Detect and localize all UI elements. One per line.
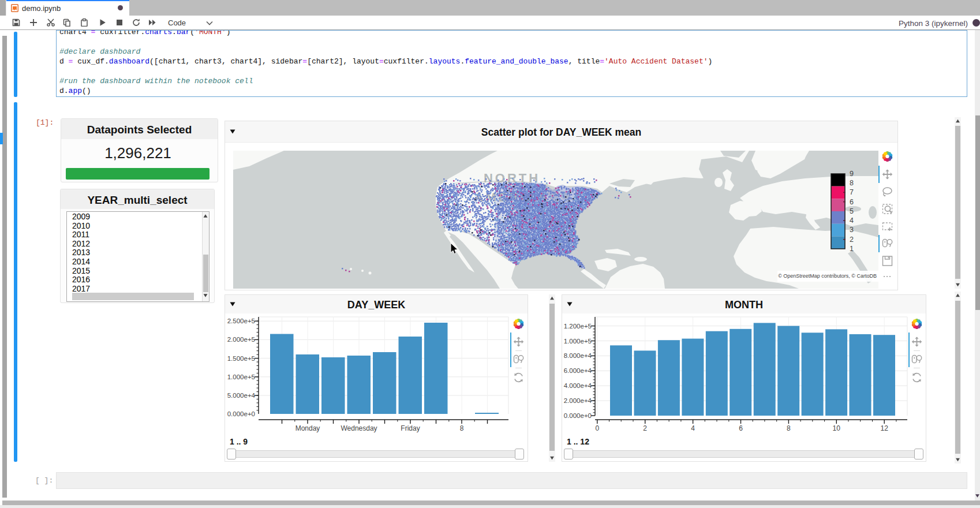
svg-text:2: 2: [643, 424, 647, 432]
svg-text:4: 4: [691, 424, 695, 432]
svg-text:8: 8: [460, 424, 464, 432]
svg-text:1.200e+5: 1.200e+5: [564, 323, 592, 330]
svg-text:2.000e+4: 2.000e+4: [564, 397, 592, 404]
svg-text:5.000e+4: 5.000e+4: [227, 392, 256, 399]
svg-text:8: 8: [850, 179, 854, 187]
svg-text:2.000e+5: 2.000e+5: [227, 336, 255, 343]
svg-text:2.500e+5: 2.500e+5: [227, 318, 255, 324]
svg-text:0.000e+0: 0.000e+0: [227, 410, 255, 417]
svg-text:6: 6: [739, 424, 743, 432]
svg-text:4.000e+4: 4.000e+4: [564, 382, 592, 389]
svg-text:10: 10: [833, 424, 841, 432]
svg-text:7: 7: [850, 188, 854, 196]
svg-text:3: 3: [850, 226, 854, 234]
svg-text:4: 4: [850, 216, 854, 225]
svg-text:1.000e+5: 1.000e+5: [227, 373, 255, 380]
svg-text:Friday: Friday: [401, 424, 420, 432]
svg-text:Monday: Monday: [296, 424, 320, 432]
svg-text:2: 2: [850, 236, 854, 244]
svg-text:6: 6: [850, 198, 854, 206]
svg-text:6.000e+4: 6.000e+4: [564, 367, 592, 374]
svg-text:1.000e+5: 1.000e+5: [564, 338, 592, 345]
svg-text:0: 0: [595, 424, 599, 432]
svg-text:0.000e+0: 0.000e+0: [564, 412, 592, 419]
svg-text:1.500e+5: 1.500e+5: [227, 355, 255, 362]
svg-text:9: 9: [850, 170, 854, 178]
svg-text:8: 8: [787, 424, 791, 432]
svg-text:8.000e+4: 8.000e+4: [564, 352, 592, 359]
svg-text:5: 5: [850, 207, 854, 215]
svg-text:1: 1: [850, 245, 854, 253]
svg-text:12: 12: [881, 424, 889, 432]
svg-text:Wednesday: Wednesday: [341, 424, 377, 432]
